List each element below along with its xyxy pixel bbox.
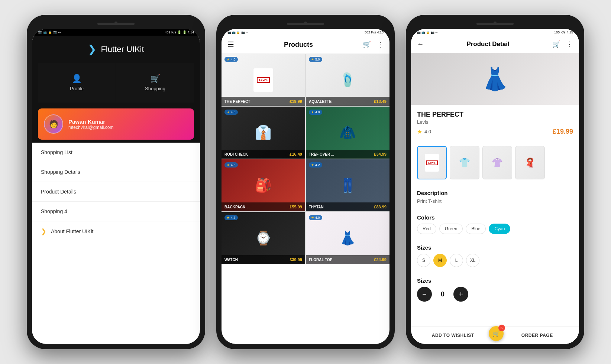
product-name-7: FLORAL TOP (309, 258, 333, 262)
thumbnails-row: Levi's 👕 👚 🧣 (411, 142, 579, 184)
phone-1-screen: 📷 📺 🔒 📷 ··· 489 K/s 🔋 🔋 4:14 ❯ Flutter U… (32, 29, 200, 344)
rating-value-5: 4.2 (315, 163, 320, 167)
detail-cart-icon[interactable]: 🛒 (552, 40, 560, 48)
backpack-img: 🎒 (255, 178, 272, 193)
app-bar-actions: 🛒 ⋮ (363, 40, 384, 49)
thumb-0[interactable]: Levi's (417, 146, 447, 179)
detail-app-bar: ← Product Detail 🛒 ⋮ (411, 36, 579, 53)
product-name-6: WATCH (224, 258, 238, 262)
status-left-3: 📷 📺 🔒 📷 ··· (417, 31, 438, 34)
size-m[interactable]: M (433, 254, 447, 267)
star-icon-5: ★ (311, 163, 314, 167)
back-button[interactable]: ← (417, 40, 424, 48)
about-logo-icon: ❯ (41, 227, 46, 235)
decrease-qty-button[interactable]: − (417, 287, 432, 302)
detail-more-icon[interactable]: ⋮ (566, 40, 573, 48)
rating-badge-7: ★ 4.0 (309, 215, 322, 220)
color-row: Red Green Blue Cyan (417, 224, 573, 234)
thumb-img-1: 👕 (459, 157, 470, 168)
rating-badge-6: ★ 4.7 (224, 215, 238, 220)
colors-title: Colors (417, 214, 573, 221)
star-icon-7: ★ (311, 216, 314, 220)
status-left: 📷 📺 🔒 📷 ··· (38, 30, 61, 34)
bottom-actions: ADD TO WISHLIST 🛒 5 ORDER PAGE (411, 326, 579, 344)
nav-shopping-4[interactable]: Shopping 4 (32, 202, 200, 221)
product-name-5: THYTAN (309, 205, 324, 209)
cart-icon[interactable]: 🛒 (363, 40, 371, 49)
add-to-wishlist-button[interactable]: ADD TO WISHLIST (411, 327, 495, 344)
rating-value-1: 5.0 (315, 58, 320, 61)
product-price-6: £39.99 (290, 257, 302, 262)
product-name-2: ROBI CHECK (224, 152, 248, 156)
hamburger-icon[interactable]: ☰ (227, 40, 234, 49)
cart-fab-icon: 🛒 (492, 330, 500, 337)
colors-section: Colors Red Green Blue Cyan (411, 210, 579, 238)
user-name: Pawan Kumar (68, 118, 114, 125)
product-card-2[interactable]: 👔 ★ 4.5 ROBI CHECK £16.49 (222, 107, 305, 159)
thumb-img-0: Levi's (424, 153, 439, 172)
product-card-5[interactable]: 👖 ★ 4.2 THYTAN £83.99 (306, 159, 389, 211)
thumb-3[interactable]: 🧣 (515, 146, 545, 179)
status-icons-2: 📷 📺 🔒 📷 ··· (227, 31, 248, 34)
thumb-levis-0: Levi's (426, 160, 438, 165)
user-email: mtechviral@gmail.com (68, 125, 114, 130)
nav-shopping-details[interactable]: Shopping Details (32, 162, 200, 182)
phone-2: 📷 📺 🔒 📷 ··· 582 K/s 4:15 ☰ Products 🛒 ⋮ (216, 15, 395, 349)
phone-3: 📷 📺 🔒 📷 ··· 105 K/s 4:15 ← Product Detai… (406, 15, 584, 349)
sizes-section: Sizes S M L XL (411, 240, 579, 272)
star-icon-1: ★ (311, 58, 314, 61)
cart-badge-count: 5 (498, 325, 505, 331)
product-name-3: TREF OVER ... (309, 152, 334, 156)
shopping-item-content: 🛒 Shopping (145, 74, 165, 91)
color-cyan[interactable]: Cyan (489, 224, 510, 234)
star-icon-4: ★ (227, 163, 230, 167)
time-2: 4:15 (377, 30, 384, 34)
product-card-0[interactable]: Levi's ★ 4.0 THE PERFECT £19.99 (222, 54, 305, 106)
about-footer[interactable]: ❯ About Flutter UIKit (32, 221, 200, 241)
products-grid: Levi's ★ 4.0 THE PERFECT £19.99 � (222, 54, 389, 264)
rating-value-7: 4.0 (315, 216, 320, 220)
product-card-3[interactable]: 🧥 ★ 4.0 TREF OVER ... £34.99 (306, 107, 389, 159)
floating-cart-button[interactable]: 🛒 5 (489, 326, 504, 341)
rating-value-3: 4.0 (315, 110, 320, 114)
size-s[interactable]: S (417, 254, 430, 267)
color-red[interactable]: Red (417, 224, 436, 234)
color-blue[interactable]: Blue (466, 224, 486, 234)
more-icon[interactable]: ⋮ (377, 40, 384, 49)
size-l[interactable]: L (450, 254, 463, 267)
description-title: Description (417, 190, 573, 196)
product-card-4[interactable]: 🎒 ★ 4.8 BACKPACK ... £55.99 (222, 159, 305, 211)
thumb-1[interactable]: 👕 (450, 146, 479, 179)
product-card-7[interactable]: 👗 ★ 4.0 FLORAL TOP £24.99 (306, 212, 389, 264)
size-xl[interactable]: XL (466, 254, 479, 267)
star-icon-3: ★ (311, 110, 314, 114)
star-icon-0: ★ (227, 58, 230, 61)
products-scroll[interactable]: Levi's ★ 4.0 THE PERFECT £19.99 � (222, 54, 389, 344)
profile-icon: 👤 (72, 74, 82, 84)
user-info: Pawan Kumar mtechviral@gmail.com (68, 118, 114, 130)
thumb-2[interactable]: 👚 (482, 146, 512, 179)
nav-shopping-list[interactable]: Shopping List (32, 143, 200, 162)
sandal-img: 🩴 (339, 72, 356, 88)
profile-menu-item[interactable]: 👤 Profile (38, 63, 116, 103)
nav-list: Shopping List Shopping Details Product D… (32, 143, 200, 344)
speed-2: 582 K/s (365, 30, 376, 34)
camera-dot-3 (494, 22, 497, 25)
color-green[interactable]: Green (439, 224, 463, 234)
status-icons-3: 📷 📺 🔒 📷 ··· (417, 31, 438, 34)
phone-3-screen: 📷 📺 🔒 📷 ··· 105 K/s 4:15 ← Product Detai… (411, 29, 579, 344)
shopping-menu-item[interactable]: 🛒 Shopping (116, 63, 194, 103)
nav-product-details[interactable]: Product Details (32, 182, 200, 202)
time-3: 4:15 (566, 30, 573, 34)
order-page-button[interactable]: ORDER PAGE (495, 327, 579, 344)
product-card-6[interactable]: ⌚ ★ 4.7 WATCH £39.99 (222, 212, 305, 264)
detail-brand: Levis (417, 119, 573, 125)
rating-badge-5: ★ 4.2 (309, 162, 322, 168)
product-card-1[interactable]: 🩴 ★ 5.0 AQUALETTE £13.49 (306, 54, 389, 106)
star-icon-detail: ★ (417, 128, 422, 135)
detail-rating: ★ 4.0 (417, 128, 431, 135)
quantity-row: − 0 + (417, 287, 573, 302)
increase-qty-button[interactable]: + (453, 287, 468, 302)
product-name-1: AQUALETTE (309, 100, 332, 104)
product-footer-2: ROBI CHECK £16.49 (222, 150, 305, 159)
